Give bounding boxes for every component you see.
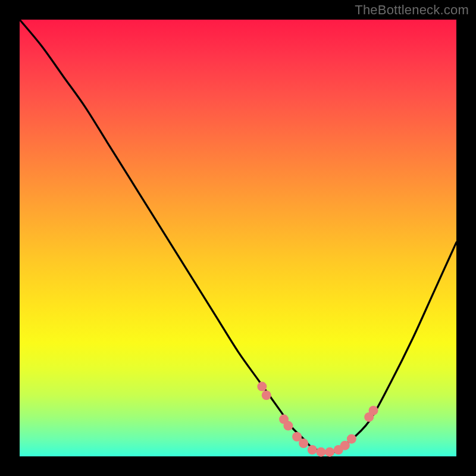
chart-plot-area <box>20 20 456 456</box>
chart-marker <box>308 445 317 455</box>
chart-marker <box>316 447 325 457</box>
chart-frame: TheBottleneck.com <box>0 0 476 476</box>
chart-markers <box>257 382 378 457</box>
bottleneck-curve <box>20 20 456 453</box>
chart-marker <box>325 447 334 457</box>
chart-svg <box>20 20 456 456</box>
chart-marker <box>257 382 267 392</box>
chart-marker <box>347 434 356 444</box>
watermark-text: TheBottleneck.com <box>355 2 469 18</box>
chart-marker <box>283 421 293 431</box>
chart-marker <box>262 390 271 400</box>
chart-marker <box>299 439 308 448</box>
chart-marker <box>369 406 378 415</box>
